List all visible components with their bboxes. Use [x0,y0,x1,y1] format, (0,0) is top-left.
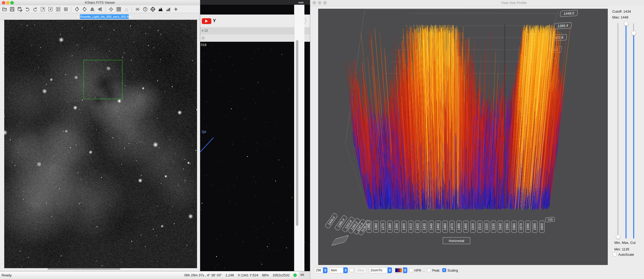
status-cursor-position: X:1341 Y:524 [238,273,258,277]
peak-label: Peak: [432,269,440,272]
min-slider-handle[interactable] [616,235,620,239]
youtube-wordmark-fragment: Y [213,18,216,24]
zoom-traffic-light[interactable] [10,1,14,4]
browser-row-1: ≡ 13 [200,27,310,34]
selection-rectangle[interactable] [84,60,122,99]
zoom-traffic-light[interactable] [323,1,327,4]
star-profile-3d-plot[interactable]: 1448.01385.41322.81260.21197.61135.01448… [318,9,608,265]
v-scrollbar-thumb[interactable] [296,40,298,226]
mark-stars-icon[interactable] [108,6,115,12]
flip-vertical-icon[interactable] [97,6,103,12]
max-slider-fill[interactable] [625,23,627,239]
minimize-traffic-light[interactable] [6,1,10,4]
toolbar-separator [132,7,132,12]
status-bar: Ready. 06h 29m 37s , 4° 38' 03" 1,246 X:… [0,271,299,279]
colormap-swatch [395,268,402,272]
dropdown-stepper-icon[interactable] [343,267,348,273]
minimize-traffic-light[interactable] [318,1,321,4]
window-title: View Star Profile [495,0,532,6]
max-slider-handle[interactable] [624,21,628,26]
center-crosshair-icon[interactable] [149,6,156,12]
min-value-label: Min: 1135 [614,247,629,251]
slice-enable-checkbox[interactable] [350,268,354,272]
zoom-actual-icon[interactable] [62,6,69,12]
fits-viewer-window: KStars FITS Viewer [0,0,200,271]
browser-scrollbar[interactable] [294,5,304,271]
colormap-dropdown[interactable] [394,267,407,273]
flip-horizontal-icon[interactable] [89,6,96,12]
comma-text: , [423,269,424,272]
sample-size-value: 256 [314,268,323,272]
browser-fragment-1: ≡ 13 [202,29,208,32]
spinbox-stepper-icon[interactable] [323,267,327,273]
browser-row-2: (1 [200,34,310,42]
histogram-stretch-icon[interactable] [157,6,164,12]
gaussian-fit-icon[interactable] [123,6,130,12]
close-traffic-light[interactable] [313,1,316,4]
scaling-label: Scaling [447,269,458,272]
rotate-cw-icon[interactable] [74,6,80,12]
zoom-fit-icon[interactable] [55,6,62,12]
open-file-icon[interactable] [1,6,8,12]
zoom-out-icon[interactable] [47,6,54,12]
min-slider-track[interactable] [618,23,618,236]
cutoff-slider-handle[interactable] [632,31,636,35]
spike-plot-canvas[interactable] [318,9,608,265]
horizontal-scrollbar[interactable] [4,268,197,270]
dropdown-stepper-icon[interactable] [403,267,407,273]
cutoff-slider-fill[interactable] [633,33,634,239]
zoom-to-dropdown[interactable]: ZoomTo: [369,267,392,273]
item-dropdown[interactable]: Item [329,267,348,273]
grid-icon[interactable] [115,6,122,12]
fits-toolbar [0,5,200,13]
youtube-logo-icon [202,18,211,24]
statistics-bars-icon[interactable] [165,6,172,12]
scaling-checkbox[interactable]: ✓ [442,268,446,272]
close-traffic-light[interactable] [2,1,5,4]
tab-rosette-fits[interactable]: ✕ Rosette_Light_Ha_300_secs_001.fits* [80,14,129,19]
save-icon[interactable] [9,6,16,12]
max-value-label: Max: 1448 [612,15,628,19]
dropdown-stepper-icon[interactable] [387,267,392,273]
background-status-fragment: eb [299,271,310,279]
hfr-checkbox[interactable] [409,268,413,272]
info-icon[interactable] [142,6,149,12]
fits-tab-bar: ✕ Rosette_Light_Ha_300_secs_001.fits* [0,13,200,20]
h-scrollbar-thumb[interactable] [48,268,120,270]
status-ready: Ready. [2,273,12,277]
profile-controls-bar: 256 Item Slice ZoomTo: HFR: , Peak: ✓ [310,265,644,279]
autoscale-checkbox[interactable] [613,252,617,256]
web-fragment: eb [300,273,304,277]
fits-image[interactable] [4,20,197,268]
redo-icon[interactable] [32,6,39,12]
browser-fragment-2: (1 [202,36,205,40]
background-band: ewe Y ≡ 13 (1 018 Spi [200,0,310,271]
browser-tab-text: ewe [298,1,304,4]
date-fragment: 018 [201,43,207,47]
item-dropdown-value: Item [330,268,343,272]
save-as-icon[interactable] [16,6,23,12]
slice-button[interactable]: Slice [355,267,366,273]
peak-checkbox[interactable] [427,268,431,272]
zoom-in-icon[interactable] [39,6,46,12]
window-title: KStars FITS Viewer [0,0,200,5]
cutoff-value-label: Cutoff: 1434 [612,10,631,13]
toolbar-separator [71,7,71,12]
toolbar-separator [105,7,106,12]
pixel-picker-icon[interactable] [172,6,179,12]
rotate-ccw-icon[interactable] [81,6,88,12]
cross-out-stars-icon[interactable] [134,6,141,12]
fits-titlebar[interactable]: KStars FITS Viewer [0,0,200,6]
zoom-to-value: ZoomTo: [369,268,387,272]
sky-label-fragment: Spi [202,130,206,134]
star-profile-window: View Star Profile 1448.01385.41322.81260… [310,0,644,279]
sample-size-spinbox[interactable]: 256 [314,267,327,273]
status-zoom-level: 88% [262,273,269,277]
profile-titlebar[interactable]: View Star Profile [310,0,644,6]
constellation-line [200,133,216,155]
scale-panel: Cutoff: 1434 Max: 1448 Min, Max, Cut Min… [608,6,644,279]
browser-tab-strip: ewe [200,0,310,5]
tab-close-icon[interactable]: ✕ [77,15,79,18]
undo-icon[interactable] [24,6,31,12]
browser-header: Y [200,15,310,27]
